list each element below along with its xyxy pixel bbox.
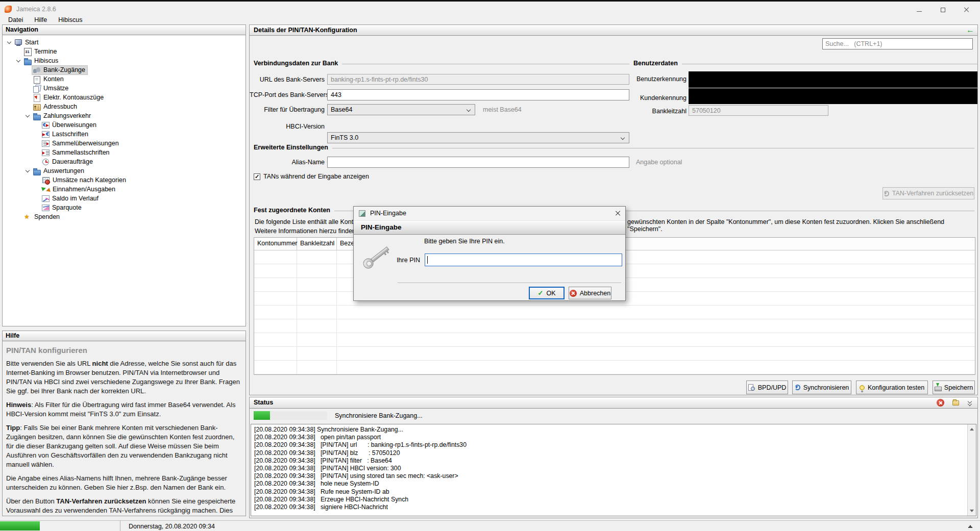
- dialog-title: PIN-Eingabe: [370, 210, 406, 217]
- table-cell[interactable]: [297, 319, 337, 333]
- table-cell[interactable]: [297, 361, 337, 374]
- titlebar[interactable]: Jameica 2.8.6: [0, 2, 980, 15]
- kundenkennung-field-redacted[interactable]: [689, 88, 977, 104]
- menu-hilfe[interactable]: Hilfe: [29, 15, 52, 24]
- table-row[interactable]: [254, 347, 975, 361]
- table-row[interactable]: [254, 319, 975, 333]
- alias-name-field[interactable]: [327, 157, 629, 168]
- dialog-close-button[interactable]: [615, 210, 620, 217]
- table-cell[interactable]: [254, 347, 297, 360]
- menu-datei[interactable]: Datei: [3, 15, 28, 24]
- table-row[interactable]: [254, 306, 975, 319]
- bankleitzahl-field[interactable]: 57050120: [689, 105, 828, 116]
- table-cell[interactable]: [337, 361, 975, 374]
- log-line: [20.08.2020 09:34:38] [PIN/TAN] HBCI ver…: [254, 465, 965, 472]
- table-cell[interactable]: [254, 278, 297, 291]
- cancel-button[interactable]: Abbrechen: [569, 287, 611, 299]
- table-cell[interactable]: [254, 250, 297, 264]
- table-cell[interactable]: [297, 292, 337, 305]
- tree-label: Umsätze: [43, 85, 68, 92]
- nav-item-überweisungen[interactable]: Überweisungen: [3, 120, 246, 130]
- table-cell[interactable]: [297, 333, 337, 346]
- tree-expander-icon[interactable]: [16, 58, 20, 62]
- dialog-titlebar[interactable]: PIN-Eingabe: [354, 207, 625, 220]
- scroll-top-icon[interactable]: [968, 523, 973, 529]
- log-scrollbar[interactable]: [967, 424, 976, 516]
- bottom-progress: [0, 521, 120, 531]
- stop-icon[interactable]: [937, 399, 944, 407]
- tan-verfahren-reset-button[interactable]: TAN-Verfahren zurücksetzen: [883, 187, 974, 199]
- sammelueberweisung-icon: [42, 140, 50, 147]
- tree-label: Einnahmen/Ausgaben: [53, 186, 115, 193]
- column-header-kontonummer[interactable]: Kontonummer: [254, 238, 297, 250]
- nav-item-daueraufträge[interactable]: Daueraufträge: [3, 157, 246, 166]
- pin-input[interactable]: [425, 254, 622, 266]
- nav-item-bank-zugänge[interactable]: Bank-Zugänge: [3, 65, 246, 74]
- table-cell[interactable]: [297, 250, 337, 264]
- benutzerkennung-field-redacted[interactable]: [689, 71, 977, 88]
- url-field[interactable]: banking-rp1.s-fints-pt-rp.de/fints30: [327, 74, 629, 85]
- tcp-port-field[interactable]: 443: [327, 89, 629, 100]
- collapse-icon[interactable]: [967, 400, 972, 406]
- table-cell[interactable]: [297, 278, 337, 291]
- tree-item-content: Lastschriften: [41, 130, 90, 138]
- nav-item-umsätze-nach-kategorien[interactable]: Umsätze nach Kategorien: [3, 175, 246, 185]
- table-cell[interactable]: [254, 306, 297, 319]
- nav-item-konten[interactable]: Konten: [3, 74, 246, 84]
- menu-hibiscus[interactable]: Hibiscus: [53, 15, 87, 24]
- speichern-button[interactable]: Speichern: [933, 381, 975, 394]
- tree-expander-icon[interactable]: [7, 40, 11, 44]
- nav-item-sparquote[interactable]: Sparquote: [3, 203, 246, 212]
- table-cell[interactable]: [337, 319, 975, 333]
- nav-item-termine[interactable]: Termine: [3, 47, 246, 56]
- nav-item-zahlungsverkehr[interactable]: Zahlungsverkehr: [3, 111, 246, 120]
- saldo-icon: [42, 195, 50, 202]
- lastschrift-icon: [42, 131, 50, 138]
- nav-item-sammelüberweisungen[interactable]: Sammelüberweisungen: [3, 139, 246, 148]
- table-cell[interactable]: [254, 319, 297, 333]
- nav-item-hibiscus[interactable]: Hibiscus: [3, 56, 246, 65]
- synchronisieren-button[interactable]: Synchronisieren: [792, 381, 851, 394]
- table-cell[interactable]: [337, 306, 975, 319]
- nav-item-elektr-kontoauszüge[interactable]: Elektr. Kontoauszüge: [3, 93, 246, 102]
- bpd-upd-button[interactable]: BPD/UPD: [746, 381, 788, 394]
- kategorien-icon: [42, 176, 50, 184]
- help-paragraph: Über den Button TAN-Verfahren zurücksetz…: [6, 497, 242, 516]
- nav-item-einnahmen-ausgaben[interactable]: Einnahmen/Ausgaben: [3, 185, 246, 194]
- nav-item-lastschriften[interactable]: Lastschriften: [3, 130, 246, 139]
- konfiguration-testen-button[interactable]: Konfiguration testen: [856, 381, 928, 394]
- column-header-bankleitzahl[interactable]: Bankleitzahl: [297, 238, 337, 250]
- table-cell[interactable]: [337, 333, 975, 346]
- table-cell[interactable]: [297, 306, 337, 319]
- table-cell[interactable]: [297, 264, 337, 277]
- table-cell[interactable]: [254, 292, 297, 305]
- nav-item-umsätze[interactable]: Umsätze: [3, 84, 246, 93]
- table-cell[interactable]: [254, 333, 297, 346]
- back-icon[interactable]: ←: [966, 26, 974, 35]
- nav-item-saldo-im-verlauf[interactable]: Saldo im Verlauf: [3, 194, 246, 203]
- open-log-folder-icon[interactable]: [952, 400, 959, 406]
- nav-item-start[interactable]: Start: [3, 38, 246, 47]
- table-cell[interactable]: [297, 347, 337, 360]
- ok-button[interactable]: ✓ OK: [529, 287, 565, 299]
- search-input[interactable]: Suche... (CTRL+1): [822, 38, 973, 49]
- nav-item-adressbuch[interactable]: Adressbuch: [3, 102, 246, 111]
- table-cell[interactable]: [337, 347, 975, 360]
- table-cell[interactable]: [254, 361, 297, 374]
- table-row[interactable]: [254, 361, 975, 374]
- nav-item-spenden[interactable]: Spenden: [3, 212, 246, 221]
- nav-item-auswertungen[interactable]: Auswertungen: [3, 166, 246, 175]
- filter-select[interactable]: Base64: [327, 104, 475, 115]
- tan-checkbox[interactable]: ✓: [254, 173, 260, 180]
- scroll-up-icon[interactable]: [970, 426, 974, 431]
- hbci-version-select[interactable]: FinTS 3.0: [327, 132, 629, 143]
- nav-item-sammellastschriften[interactable]: Sammellastschriften: [3, 148, 246, 157]
- scroll-down-icon[interactable]: [970, 510, 974, 514]
- nav-tree[interactable]: StartTermineHibiscusBank-ZugängeKontenUm…: [3, 36, 246, 326]
- tree-item-content: Adressbuch: [32, 103, 79, 111]
- tree-expander-icon[interactable]: [26, 113, 30, 117]
- tree-expander-icon[interactable]: [26, 168, 30, 172]
- table-cell[interactable]: [254, 264, 297, 277]
- table-row[interactable]: [254, 333, 975, 347]
- group-benutzerdaten-title: Benutzerdaten: [633, 60, 678, 67]
